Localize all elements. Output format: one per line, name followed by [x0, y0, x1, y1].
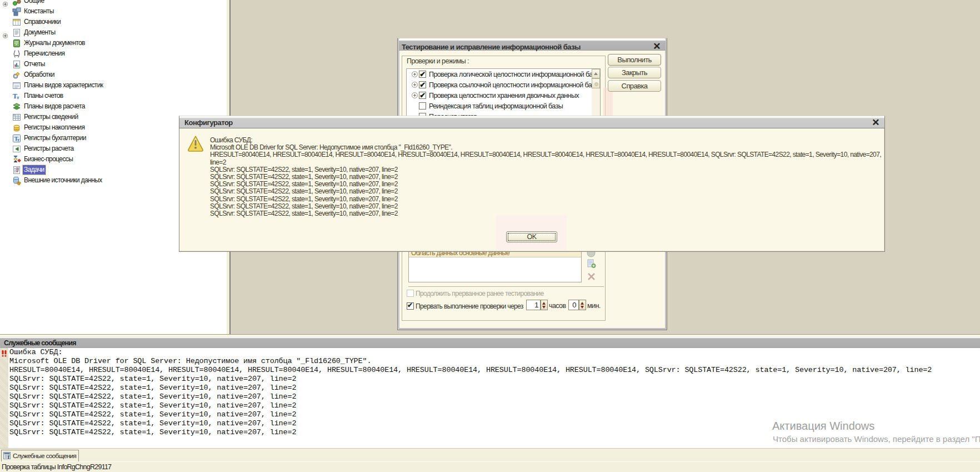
svg-text:т: т — [17, 95, 19, 100]
